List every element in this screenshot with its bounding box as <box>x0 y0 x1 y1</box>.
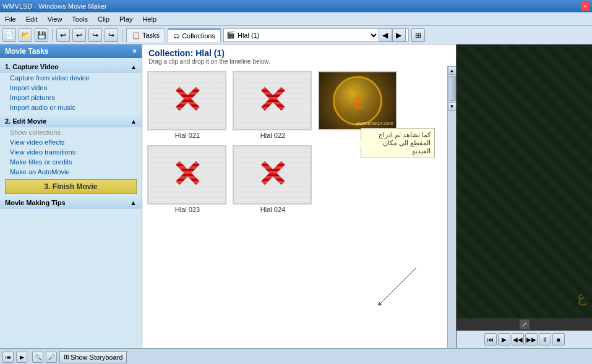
arrow-indicator <box>354 261 429 311</box>
undo-button[interactable]: ↩ <box>56 28 70 42</box>
tl-play-button[interactable]: ▶ <box>16 352 27 363</box>
tasks-close-icon[interactable]: × <box>132 47 137 56</box>
arabic-tooltip: كما نشاهد تم ادراج المقطع الى مكان الفيد… <box>361 128 435 158</box>
collections-subtitle: Drag a clip and drop it on the timeline … <box>148 58 450 65</box>
app-title: WMVLSD - Windows Movie Maker <box>2 2 107 10</box>
import-pictures[interactable]: Import pictures <box>0 93 142 103</box>
capture-from-device[interactable]: Capture from video device <box>0 73 142 83</box>
rewind-button[interactable]: ◀◀ <box>512 333 524 345</box>
menu-clip[interactable]: Clip <box>95 14 112 24</box>
clip-hlal023-label: Hlal 023 <box>147 205 228 214</box>
view-video-transitions[interactable]: View video transitions <box>0 147 142 157</box>
scroll-thumb[interactable] <box>448 76 456 101</box>
title-bar: WMVLSD - Windows Movie Maker × <box>0 0 592 12</box>
storyboard-button[interactable]: ⊞ Show Storyboard <box>59 351 127 363</box>
clip-hlal021[interactable]: ✕ Hlal 021 <box>147 71 228 140</box>
collection-select[interactable]: Hlal (1) Hlal (2) <box>235 31 379 40</box>
clip-hlal022-label: Hlal 022 <box>233 130 313 140</box>
next-button[interactable]: ▶ <box>392 28 406 42</box>
capture-section-header[interactable]: 1. Capture Video ▲ <box>0 61 142 73</box>
close-button[interactable]: × <box>581 2 590 11</box>
tasks-scroll-area: 1. Capture Video ▲ Capture from video de… <box>0 58 142 348</box>
stop-button[interactable]: ■ <box>552 333 565 345</box>
storyboard-icon: ⊞ <box>64 353 69 361</box>
pause-button[interactable]: ⏸ <box>539 333 551 345</box>
open-button[interactable]: 📂 <box>19 28 32 42</box>
clip-hlal021-thumb: ✕ <box>147 71 226 130</box>
menu-bar: File Edit View Tools Clip Play Help <box>0 12 592 26</box>
tab-collections-label: Collections <box>182 32 215 40</box>
collections-title: Collection: Hlal (1) <box>148 48 450 58</box>
tl-prev-button[interactable]: ⏮ <box>2 352 14 363</box>
separator-2 <box>122 29 122 41</box>
import-audio[interactable]: Import audio or music <box>0 103 142 112</box>
prev-button[interactable]: ◀ <box>379 28 392 42</box>
preview-screen: ع <box>457 44 592 318</box>
svg-line-0 <box>379 268 416 305</box>
collections-grid: ✕ Hlal 021 ✕ Hlal 022 <box>142 66 447 348</box>
preview-size-btn[interactable]: ⤢ <box>520 320 530 329</box>
menu-edit[interactable]: Edit <box>24 14 40 24</box>
clip-hlal024[interactable]: ✕ Hlal 024 <box>233 145 313 214</box>
collections-header: Collection: Hlal (1) Drag a clip and dro… <box>142 44 456 66</box>
import-video[interactable]: Import video <box>0 83 142 93</box>
save-button[interactable]: 💾 <box>35 28 48 42</box>
undo-button-2[interactable]: ↩ <box>72 28 86 42</box>
logo-thumb: ع www.khor14.com <box>318 71 397 130</box>
capture-title: 1. Capture Video <box>5 63 59 70</box>
play-button[interactable]: ▶ <box>498 333 510 345</box>
menu-view[interactable]: View <box>45 14 65 24</box>
tl-zoom-in[interactable]: 🔎 <box>46 352 57 363</box>
preview-controls: ⏮ ▶ ◀◀ ▶▶ ⏸ ■ <box>457 331 592 348</box>
clip-hlal022[interactable]: ✕ Hlal 022 <box>233 71 313 140</box>
make-automovie[interactable]: Make an AutoMovie <box>0 167 142 177</box>
menu-file[interactable]: File <box>2 14 19 24</box>
logo-circle: ع <box>333 76 382 125</box>
collections-area: Collection: Hlal (1) Drag a clip and dro… <box>142 44 456 348</box>
make-titles[interactable]: Make titles or credits <box>0 157 142 167</box>
view-video-effects[interactable]: View video effects <box>0 137 142 147</box>
bottom-section: ⏮ ▶ 🔍 🔎 ⊞ Show Storyboard Video + Audio/… <box>0 348 592 364</box>
tab-tasks-label: Tasks <box>142 32 160 39</box>
preview-inner: ع <box>457 44 592 318</box>
capture-section: 1. Capture Video ▲ Capture from video de… <box>0 61 142 112</box>
finish-movie-button[interactable]: 3. Finish Movie <box>5 179 137 194</box>
tab-collections[interactable]: 🗂 Collections <box>168 28 221 42</box>
scroll-up-button[interactable]: ▲ <box>448 66 457 75</box>
main-area: Movie Tasks × 1. Capture Video ▲ Capture… <box>0 44 592 348</box>
tooltip-arrow <box>355 140 361 146</box>
tasks-title: Movie Tasks <box>5 47 48 56</box>
tab-tasks[interactable]: 📋 Tasks <box>126 28 165 42</box>
menu-play[interactable]: Play <box>117 14 135 24</box>
separator-1 <box>52 29 53 41</box>
menu-help[interactable]: Help <box>140 14 159 24</box>
preview-area: ع ⤢ ⏮ ▶ ◀◀ ▶▶ ⏸ ■ <box>456 44 592 348</box>
clip-hlal024-label: Hlal 024 <box>233 205 313 214</box>
fast-forward-button[interactable]: ▶▶ <box>525 333 538 345</box>
collections-icon: 🗂 <box>173 32 180 40</box>
prev-frame-button[interactable]: ⏮ <box>484 333 497 345</box>
clip-hlal022-thumb: ✕ <box>233 71 312 130</box>
edit-section: 2. Edit Movie ▲ Show collections View vi… <box>0 115 142 177</box>
edit-section-header[interactable]: 2. Edit Movie ▲ <box>0 115 142 127</box>
details-view[interactable]: ⊞ <box>411 28 425 42</box>
tips-header[interactable]: Movie Making Tips ▲ <box>0 197 142 209</box>
collection-dropdown[interactable]: 🎬 Hlal (1) Hlal (2) ◀ ▶ <box>223 28 409 42</box>
preview-watermark: ع <box>576 288 588 307</box>
tasks-panel-header: Movie Tasks × <box>0 44 142 58</box>
clip-hlal023[interactable]: ✕ Hlal 023 <box>147 145 228 214</box>
scroll-down-button[interactable]: ▼ <box>448 102 457 111</box>
edit-title: 2. Edit Movie <box>5 117 46 125</box>
redo-button-2[interactable]: ↪ <box>105 28 118 42</box>
redo-button[interactable]: ↪ <box>88 28 102 42</box>
tips-chevron: ▲ <box>130 199 137 206</box>
tips-title: Movie Making Tips <box>5 199 66 206</box>
menu-tools[interactable]: Tools <box>69 14 90 24</box>
tasks-icon: 📋 <box>132 32 140 40</box>
new-button[interactable]: 📄 <box>2 28 16 42</box>
show-collections[interactable]: Show collections <box>0 127 142 137</box>
timeline-toolbar: ⏮ ▶ 🔍 🔎 ⊞ Show Storyboard <box>0 349 592 364</box>
right-area: Collection: Hlal (1) Drag a clip and dro… <box>142 44 592 348</box>
tl-zoom-out[interactable]: 🔍 <box>32 352 43 363</box>
collection-icon: 🎬 <box>226 31 235 39</box>
